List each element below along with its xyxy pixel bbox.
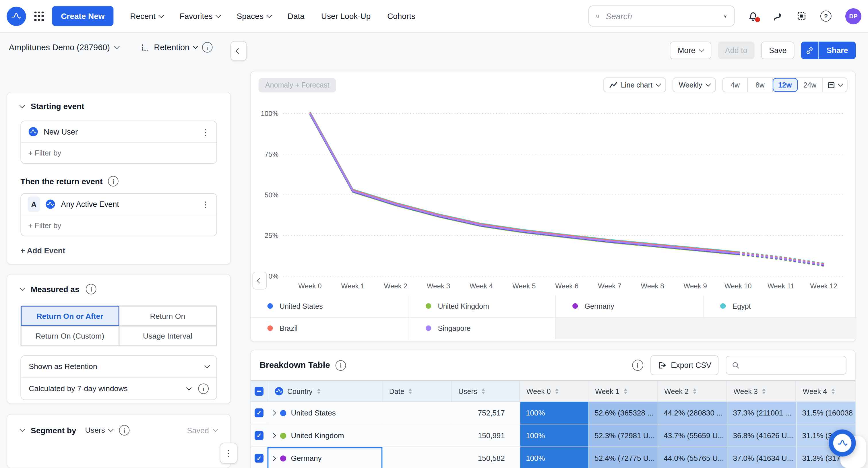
nav-item-spaces[interactable]: Spaces: [237, 11, 271, 20]
sort-icon[interactable]: [482, 388, 485, 394]
column-header-week2[interactable]: Week 2: [658, 381, 727, 401]
nav-item-favorites[interactable]: Favorites: [180, 11, 220, 20]
range-4w[interactable]: 4w: [723, 78, 748, 92]
calculated-by-dropdown[interactable]: Calculated by 7-day windows i: [21, 377, 216, 399]
sort-icon[interactable]: [317, 388, 320, 394]
nav-item-user-lookup[interactable]: User Look-Up: [321, 11, 371, 20]
week2-cell[interactable]: 44.2% (280830 ...: [658, 402, 727, 425]
row-checkbox[interactable]: ✓: [255, 454, 264, 463]
column-header-week4[interactable]: Week 4: [796, 381, 856, 401]
event-menu-icon[interactable]: ⋮: [202, 128, 210, 136]
week3-cell[interactable]: 36.8% (41626 U...: [727, 425, 796, 447]
collapse-section-icon[interactable]: [20, 285, 25, 291]
nav-item-data[interactable]: Data: [288, 11, 305, 20]
filter-funnel-icon[interactable]: [723, 11, 727, 20]
filter-by-button[interactable]: + Filter by: [21, 142, 216, 163]
select-all-checkbox[interactable]: [254, 387, 263, 396]
custom-date-range-button[interactable]: [823, 78, 847, 92]
granularity-dropdown[interactable]: Weekly: [673, 77, 716, 92]
amplitude-logo-icon[interactable]: [7, 6, 26, 26]
column-header-country[interactable]: Country: [267, 381, 382, 401]
info-icon[interactable]: i: [119, 425, 130, 436]
nav-item-cohorts[interactable]: Cohorts: [387, 11, 415, 20]
legend-item-brazil[interactable]: Brazil: [251, 317, 409, 339]
share-button[interactable]: Share: [819, 41, 856, 59]
app-launcher-icon[interactable]: [34, 11, 44, 21]
legend-item-germany[interactable]: Germany: [556, 295, 704, 317]
starting-event-row[interactable]: New User ⋮: [21, 121, 216, 142]
return-event-row[interactable]: A Any Active Event ⋮: [21, 194, 216, 215]
chart-page-left-button[interactable]: [252, 272, 267, 289]
expand-row-icon[interactable]: [271, 411, 275, 415]
country-cell[interactable]: United Kingdom: [267, 425, 382, 447]
week1-cell[interactable]: 52.6% (365328 ...: [588, 402, 658, 425]
export-csv-button[interactable]: Export CSV: [650, 355, 718, 375]
sort-icon[interactable]: [831, 388, 835, 394]
save-button[interactable]: Save: [761, 41, 795, 59]
add-to-button[interactable]: Add to: [718, 41, 755, 59]
retention-line-chart[interactable]: 100%75%50%25%0%Week 0Week 1Week 2Week 3W…: [251, 71, 857, 293]
sort-icon[interactable]: [693, 388, 696, 394]
week1-cell[interactable]: 52.4% (72775 U...: [588, 447, 658, 468]
nav-item-recent[interactable]: Recent: [130, 11, 163, 20]
saved-dropdown[interactable]: Saved: [187, 426, 217, 435]
range-12w[interactable]: 12w: [773, 78, 798, 92]
create-new-button[interactable]: Create New: [52, 6, 113, 26]
week0-cell[interactable]: 100%: [520, 402, 588, 425]
sort-icon[interactable]: [409, 388, 412, 394]
sidebar-options-kebab-button[interactable]: ⋮: [220, 443, 238, 464]
chart-type-dropdown[interactable]: Line chart: [603, 77, 666, 92]
country-cell-selected[interactable]: Germany: [267, 447, 382, 468]
option-return-on-custom[interactable]: Return On (Custom): [21, 326, 119, 346]
info-icon[interactable]: i: [86, 284, 97, 294]
expand-row-icon[interactable]: [271, 434, 275, 438]
sort-icon[interactable]: [762, 388, 766, 394]
anomaly-forecast-button[interactable]: Anomaly + Forecast: [259, 78, 336, 92]
week0-cell[interactable]: 100%: [520, 425, 588, 447]
event-menu-icon[interactable]: ⋮: [202, 200, 210, 208]
global-search[interactable]: [588, 5, 735, 26]
legend-item-united-kingdom[interactable]: United Kingdom: [409, 295, 556, 317]
help-icon[interactable]: ?: [820, 11, 832, 22]
column-header-week0[interactable]: Week 0: [520, 381, 588, 401]
legend-item-singapore[interactable]: Singapore: [409, 317, 556, 339]
option-return-on[interactable]: Return On: [119, 306, 216, 326]
column-header-week1[interactable]: Week 1: [588, 381, 658, 401]
expand-row-icon[interactable]: [271, 457, 275, 460]
collapse-section-icon[interactable]: [20, 427, 25, 432]
shown-as-dropdown[interactable]: Shown as Retention: [21, 356, 216, 377]
column-header-week3[interactable]: Week 3: [727, 381, 796, 401]
week4-cell[interactable]: 31.5% (160038 ...: [796, 402, 856, 425]
week1-cell[interactable]: 52.3% (72981 U...: [588, 425, 658, 447]
add-event-button[interactable]: + Add Event: [7, 236, 230, 266]
sort-icon[interactable]: [624, 388, 627, 394]
week3-cell[interactable]: 37.3% (211001 ...: [727, 402, 796, 425]
range-24w[interactable]: 24w: [798, 78, 823, 92]
row-checkbox[interactable]: ✓: [255, 431, 264, 440]
copy-link-button[interactable]: [801, 41, 819, 59]
notifications-bell-icon[interactable]: [748, 11, 758, 22]
range-8w[interactable]: 8w: [748, 78, 773, 92]
table-search[interactable]: [725, 356, 846, 375]
info-icon[interactable]: i: [632, 360, 643, 371]
more-button[interactable]: More: [670, 41, 711, 59]
user-avatar[interactable]: DP: [845, 8, 861, 24]
filter-by-button[interactable]: + Filter by: [21, 215, 216, 236]
chevron-down-icon[interactable]: [193, 43, 198, 49]
pathfinder-icon[interactable]: [772, 11, 783, 22]
info-icon[interactable]: i: [108, 176, 119, 187]
select-region-icon[interactable]: [797, 11, 807, 21]
column-header-date[interactable]: Date: [383, 381, 452, 401]
collapse-section-icon[interactable]: [20, 103, 25, 108]
project-selector[interactable]: Amplitunes Demo (287960): [9, 42, 119, 52]
legend-item-united-states[interactable]: United States: [251, 295, 409, 317]
segment-mode-dropdown[interactable]: Users: [85, 426, 113, 434]
analysis-type-selector[interactable]: Retention: [154, 42, 189, 52]
option-return-on-or-after[interactable]: Return On or After: [21, 306, 119, 326]
row-checkbox[interactable]: ✓: [255, 408, 264, 417]
sidebar-collapse-button[interactable]: [230, 41, 247, 61]
info-icon[interactable]: i: [336, 360, 346, 371]
search-input[interactable]: [605, 11, 718, 22]
week0-cell[interactable]: 100%: [520, 447, 588, 468]
option-usage-interval[interactable]: Usage Interval: [119, 326, 216, 346]
